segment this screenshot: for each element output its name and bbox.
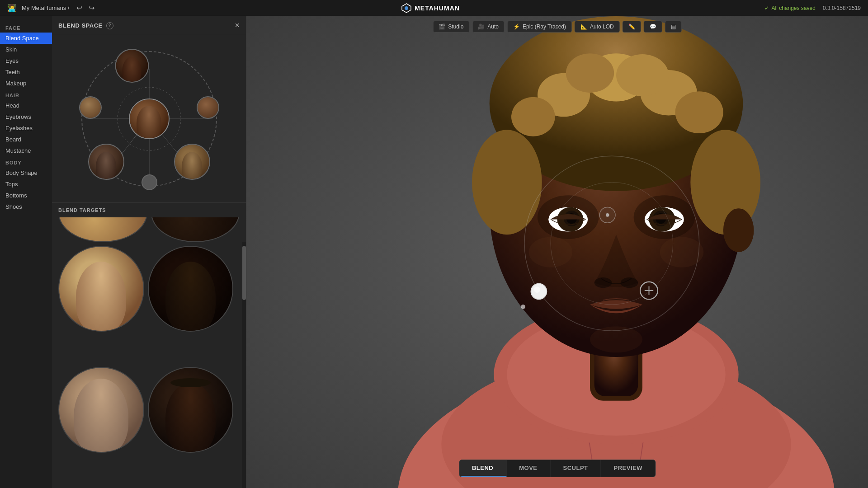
info-icon[interactable]: ?: [106, 22, 113, 29]
scroll-thumb[interactable]: [242, 246, 246, 300]
svg-point-37: [653, 211, 669, 226]
svg-point-31: [557, 207, 584, 231]
studio-button[interactable]: 🎬 Studio: [433, 21, 469, 33]
epic-icon: ⚡: [513, 23, 520, 30]
svg-point-26: [472, 130, 542, 235]
app-title: My MetaHumans /: [22, 5, 69, 11]
blend-node-center[interactable]: [129, 99, 170, 139]
svg-point-29: [634, 195, 695, 239]
sidebar-item-eyes[interactable]: Eyes: [0, 55, 52, 66]
tab-sculpt[interactable]: SCULPT: [551, 460, 601, 477]
sidebar-item-beard[interactable]: Beard: [0, 134, 52, 145]
auto-icon: 🎥: [478, 23, 485, 30]
undo-button[interactable]: ↩: [75, 3, 84, 13]
svg-point-32: [564, 211, 580, 226]
svg-rect-15: [594, 335, 638, 396]
sidebar-item-shoes[interactable]: Shoes: [0, 201, 52, 212]
svg-point-20: [585, 53, 646, 101]
scroll-track[interactable]: [242, 242, 246, 488]
svg-point-27: [690, 130, 760, 235]
blend-target-partial-2[interactable]: [151, 217, 240, 242]
character-render: [246, 16, 868, 488]
svg-point-21: [640, 70, 697, 116]
blend-targets-grid-wrapper: [52, 242, 246, 488]
blend-node-bottom-left[interactable]: [88, 144, 124, 180]
undo-redo-group: ↩ ↪: [75, 3, 96, 13]
left-sidebar: FACE Blend Space Skin Eyes Teeth Makeup …: [0, 16, 52, 488]
metahuman-logo: METAHUMAN: [401, 3, 460, 14]
blend-node-bottom-right[interactable]: [174, 144, 210, 180]
top-bar-right: ✓ All changes saved 0.3.0-15872519: [764, 5, 861, 11]
blend-target-2[interactable]: [148, 246, 234, 332]
blend-targets-grid: [52, 242, 242, 488]
svg-point-35: [645, 207, 684, 231]
svg-point-23: [616, 54, 669, 96]
brush-button[interactable]: ✏️: [623, 21, 641, 33]
svg-point-50: [531, 284, 547, 300]
tab-move[interactable]: MOVE: [506, 460, 550, 477]
epic-ray-button[interactable]: ⚡ Epic (Ray Traced): [507, 21, 572, 33]
blend-panel-title: BLEND SPACE ?: [58, 22, 113, 29]
sidebar-item-head[interactable]: Head: [0, 100, 52, 111]
svg-point-25: [675, 91, 723, 133]
svg-rect-9: [246, 16, 868, 488]
svg-point-49: [606, 213, 609, 217]
svg-point-28: [538, 195, 599, 239]
character-svg: [246, 16, 868, 488]
chat-button[interactable]: 💬: [644, 21, 662, 33]
blend-node-left[interactable]: [79, 96, 102, 119]
auto-lod-button[interactable]: 📐 Auto LOD: [575, 21, 620, 33]
sidebar-item-tops[interactable]: Tops: [0, 178, 52, 190]
sidebar-item-eyelashes[interactable]: Eyelashes: [0, 122, 52, 134]
blend-space-canvas[interactable]: [52, 35, 246, 202]
svg-point-55: [521, 305, 525, 309]
svg-point-41: [621, 277, 638, 288]
blend-targets-top-partial: [52, 217, 246, 242]
svg-point-47: [551, 182, 673, 305]
top-bar-left: 🧑‍💻 My MetaHumans / ↩ ↪: [7, 3, 96, 13]
sidebar-item-skin[interactable]: Skin: [0, 44, 52, 55]
redo-button[interactable]: ↪: [87, 3, 96, 13]
svg-point-13: [507, 313, 725, 436]
blend-node-bottom[interactable]: [142, 174, 157, 190]
blend-target-3[interactable]: [58, 367, 144, 453]
svg-point-34: [572, 215, 576, 218]
auto-button[interactable]: 🎥 Auto: [472, 21, 505, 33]
sidebar-item-teeth[interactable]: Teeth: [0, 66, 52, 78]
lod-icon: 📐: [580, 23, 587, 30]
svg-point-42: [590, 326, 642, 352]
top-bar-center: METAHUMAN: [401, 3, 460, 14]
checkmark-icon: ✓: [764, 5, 769, 11]
blend-target-1[interactable]: [58, 246, 144, 332]
svg-point-39: [662, 215, 665, 218]
tab-preview[interactable]: PREVIEW: [601, 460, 655, 477]
studio-icon: 🎬: [439, 23, 445, 30]
blend-panel: BLEND SPACE ? ×: [52, 16, 246, 488]
tab-blend[interactable]: BLEND: [459, 460, 506, 477]
svg-rect-14: [590, 331, 642, 401]
menu-button[interactable]: ▤: [665, 21, 682, 33]
svg-point-22: [566, 53, 614, 93]
close-button[interactable]: ×: [235, 21, 240, 30]
viewport-toolbar: 🎬 Studio 🎥 Auto ⚡ Epic (Ray Traced) 📐 Au…: [433, 21, 681, 33]
blend-target-4[interactable]: [148, 367, 234, 453]
blend-node-top[interactable]: [115, 49, 149, 83]
blend-node-right[interactable]: [197, 96, 219, 119]
main-viewport[interactable]: 🎬 Studio 🎥 Auto ⚡ Epic (Ray Traced) 📐 Au…: [246, 16, 868, 488]
hair-section-title: HAIR: [0, 89, 52, 100]
svg-point-51: [534, 286, 540, 293]
sidebar-item-makeup[interactable]: Makeup: [0, 78, 52, 89]
blend-circle-container: [81, 51, 217, 187]
sidebar-item-bottoms[interactable]: Bottoms: [0, 190, 52, 201]
sidebar-item-mustache[interactable]: Mustache: [0, 145, 52, 156]
svg-point-24: [511, 97, 555, 136]
saved-text: All changes saved: [772, 5, 816, 11]
blend-target-partial-1[interactable]: [58, 217, 147, 242]
sidebar-item-eyebrows[interactable]: Eyebrows: [0, 111, 52, 122]
svg-point-16: [490, 60, 743, 357]
sidebar-item-blend-space[interactable]: Blend Space: [0, 33, 52, 44]
sidebar-item-body-shape[interactable]: Body Shape: [0, 167, 52, 178]
svg-point-40: [594, 277, 612, 288]
blend-targets-header: BLEND TARGETS: [52, 202, 246, 217]
svg-point-38: [656, 213, 666, 224]
